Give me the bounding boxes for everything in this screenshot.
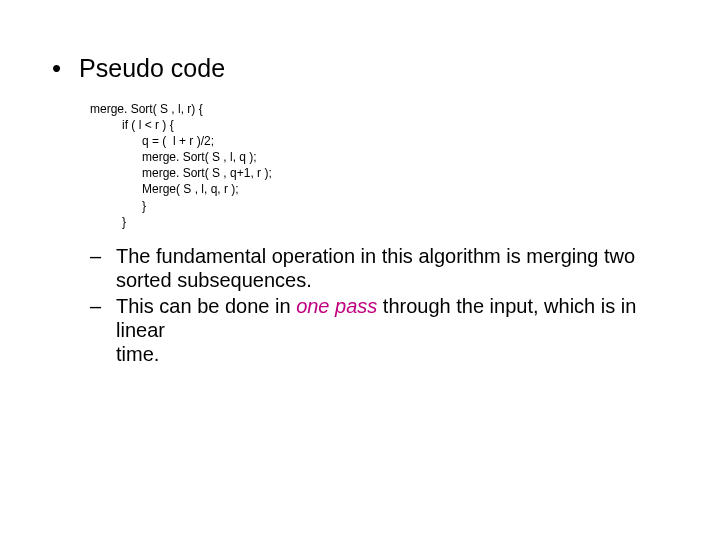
code-line: merge. Sort( S , q+1, r ); (142, 165, 682, 181)
dash-icon: – (90, 295, 104, 318)
sub-bullet-list: – The fundamental operation in this algo… (90, 244, 682, 366)
pseudo-code-block: merge. Sort( S , l, r) { if ( l < r ) { … (90, 101, 682, 231)
text-line: The fundamental operation in this algori… (116, 245, 635, 267)
code-line: merge. Sort( S , l, r) { (90, 101, 682, 117)
code-line: } (142, 198, 682, 214)
list-item: – This can be done in one pass through t… (90, 294, 682, 366)
sub-bullet-text: This can be done in one pass through the… (116, 294, 682, 366)
dash-icon: – (90, 245, 104, 268)
code-line: merge. Sort( S , l, q ); (142, 149, 682, 165)
bullet-dot-icon: • (52, 55, 61, 81)
code-line: q = ( l + r )/2; (142, 133, 682, 149)
code-line: Merge( S , l, q, r ); (142, 181, 682, 197)
sub-bullet-text: The fundamental operation in this algori… (116, 244, 635, 292)
list-item: – The fundamental operation in this algo… (90, 244, 682, 292)
main-bullet: • Pseudo code (52, 55, 682, 83)
text-line: sorted subsequences. (116, 269, 312, 291)
emphasis-text: one pass (296, 295, 377, 317)
text-fragment: This can be done in (116, 295, 296, 317)
heading-text: Pseudo code (79, 55, 225, 83)
text-line: time. (116, 343, 159, 365)
code-line: if ( l < r ) { (122, 117, 682, 133)
code-line: } (122, 214, 682, 230)
